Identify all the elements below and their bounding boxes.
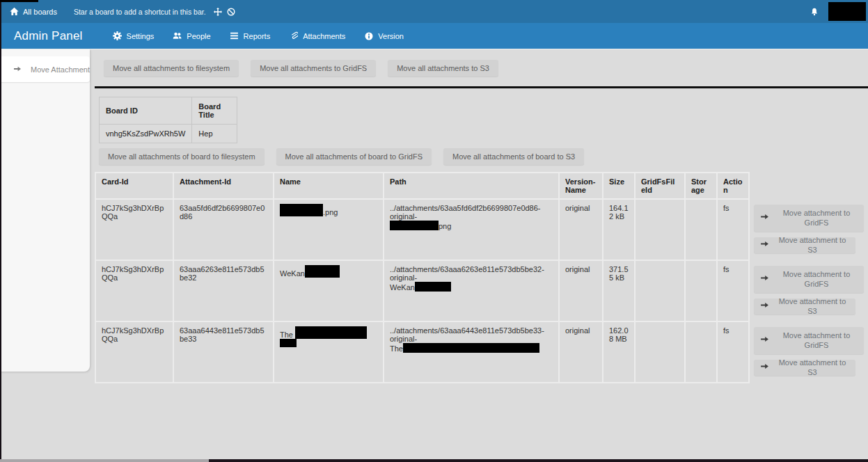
tab-version[interactable]: Version: [364, 31, 404, 40]
col-path: Path: [384, 173, 559, 199]
arrow-right-icon: [760, 273, 769, 285]
window-left-edge: [0, 0, 1, 462]
board-title-header: Board Title: [192, 97, 237, 125]
divider: [95, 86, 868, 88]
sidebar: Move Attachment: [0, 49, 90, 372]
attachment-row: hCJ7kSg3hDXrBpQQa 63aa5fd6df2b6699807e0d…: [95, 199, 867, 260]
cell-gridfsfileid: [635, 260, 685, 321]
global-buttons-row: Move all attachments to filesystem Move …: [104, 60, 868, 77]
arrow-right-icon: [760, 362, 769, 373]
cell-action: fs: [717, 260, 749, 321]
cell-card-id: hCJ7kSg3hDXrBpQQa: [95, 260, 173, 321]
redacted-text: [305, 265, 340, 278]
redacted-text: [295, 326, 367, 339]
cell-path: ../attachments/63aa5fd6df2b6699807e0d86-…: [384, 199, 559, 260]
move-board-to-gridfs-button[interactable]: Move all attachments of board to GridFS: [276, 148, 432, 165]
arrow-right-icon: [760, 335, 769, 346]
cell-name: WeKan: [274, 260, 384, 321]
move-attachment-to-s3-button[interactable]: Move attachment to S3: [754, 237, 855, 253]
move-all-to-gridfs-button[interactable]: Move all attachments to GridFS: [251, 60, 376, 77]
cell-version-name: original: [559, 260, 603, 321]
sidebar-item-label: Move Attachment: [31, 65, 90, 74]
redacted-text: [280, 204, 323, 216]
all-boards-label: All boards: [23, 8, 57, 16]
cell-card-id: hCJ7kSg3hDXrBpQQa: [95, 199, 173, 260]
ban-icon[interactable]: [226, 7, 236, 17]
notifications-bell-icon[interactable]: [810, 8, 819, 16]
move-attachment-to-gridfs-button[interactable]: Move attachment to GridFS: [754, 205, 864, 232]
attachment-row: hCJ7kSg3hDXrBpQQa 63aaa6443e811e573db5be…: [95, 321, 867, 383]
cell-storage: [685, 260, 717, 321]
window-top-edge: [0, 0, 38, 2]
info-icon: [364, 31, 373, 40]
tab-reports-label: Reports: [244, 32, 271, 40]
board-id-cell: vnhg5KsZsdPwXRh5W: [100, 125, 192, 143]
cell-name: .png: [274, 199, 384, 260]
admin-panel-header: Admin Panel Settings People Reports Atta…: [0, 23, 868, 49]
redacted-text: [280, 339, 297, 347]
cell-card-id: hCJ7kSg3hDXrBpQQa: [95, 321, 173, 383]
cell-attachment-id: 63aaa6263e811e573db5be32: [173, 260, 274, 321]
move-attachment-to-gridfs-button[interactable]: Move attachment to GridFS: [754, 266, 864, 293]
move-all-to-s3-button[interactable]: Move all attachments to S3: [388, 60, 498, 77]
col-storage: Storage: [685, 173, 717, 199]
cell-gridfsfileid: [635, 199, 685, 260]
cell-row-buttons: Move attachment to GridFS Move attachmen…: [749, 199, 867, 260]
move-all-to-filesystem-button[interactable]: Move all attachments to filesystem: [104, 60, 239, 77]
board-buttons-row: Move all attachments of board to filesys…: [99, 148, 868, 165]
sidebar-item-move-attachment[interactable]: Move Attachment: [0, 56, 90, 82]
list-icon: [230, 31, 239, 40]
cell-attachment-id: 63aa5fd6df2b6699807e0d86: [173, 199, 274, 260]
arrow-right-icon: [13, 63, 22, 76]
move-attachment-to-s3-button[interactable]: Move attachment to S3: [754, 360, 855, 376]
redacted-text: [403, 343, 539, 353]
cell-version-name: original: [559, 199, 603, 260]
cell-name: The: [274, 321, 384, 383]
move-board-to-s3-button[interactable]: Move all attachments of board to S3: [443, 148, 584, 165]
move-attachment-to-gridfs-button[interactable]: Move attachment to GridFS: [754, 327, 864, 354]
shortcut-hint-text: Star a board to add a shortcut in this b…: [74, 8, 206, 16]
tab-attachments-label: Attachments: [303, 32, 345, 40]
all-boards-link[interactable]: All boards: [9, 7, 57, 17]
cell-size: 162.08 MB: [603, 321, 635, 383]
col-name: Name: [274, 173, 384, 199]
cell-storage: [685, 321, 717, 383]
cell-path: ../attachments/63aaa6263e811e573db5be32-…: [384, 260, 559, 321]
col-buttons: [749, 173, 867, 199]
redacted-text: [415, 282, 451, 292]
horizontal-scrollbar[interactable]: [0, 459, 209, 462]
tab-settings[interactable]: Settings: [113, 31, 155, 40]
page-title: Admin Panel: [14, 29, 83, 43]
board-table: Board ID Board Title vnhg5KsZsdPwXRh5W H…: [99, 97, 237, 143]
redacted-text: [390, 221, 439, 230]
tab-people-label: People: [187, 32, 210, 40]
col-action: Action: [717, 173, 749, 199]
paperclip-icon: [289, 31, 298, 40]
tab-reports[interactable]: Reports: [230, 31, 271, 40]
col-card-id: Card-Id: [95, 173, 173, 199]
cell-action: fs: [717, 321, 749, 383]
cell-storage: [685, 199, 717, 260]
board-title-cell: Hep: [192, 125, 237, 143]
attachment-row: hCJ7kSg3hDXrBpQQa 63aaa6263e811e573db5be…: [95, 260, 867, 321]
arrow-right-icon: [760, 212, 769, 223]
tab-version-label: Version: [378, 32, 404, 40]
tab-attachments[interactable]: Attachments: [289, 31, 345, 40]
col-attachment-id: Attachment-Id: [173, 173, 274, 199]
attachments-table-header-row: Card-Id Attachment-Id Name Path Version-…: [95, 173, 867, 199]
move-shortcut-icon[interactable]: [213, 7, 223, 17]
tab-people[interactable]: People: [173, 31, 210, 40]
move-attachment-to-s3-button[interactable]: Move attachment to S3: [754, 298, 855, 314]
cell-size: 371.55 kB: [603, 260, 635, 321]
home-icon: [9, 7, 19, 17]
top-navigation-bar: All boards Star a board to add a shortcu…: [0, 0, 868, 23]
arrow-right-icon: [760, 301, 769, 312]
people-icon: [173, 31, 182, 40]
tab-settings-label: Settings: [127, 32, 155, 40]
admin-tabs: Settings People Reports Attachments Vers…: [113, 31, 404, 40]
redacted-user-menu[interactable]: [828, 2, 866, 21]
cell-gridfsfileid: [635, 321, 685, 383]
cell-row-buttons: Move attachment to GridFS Move attachmen…: [749, 321, 867, 383]
move-board-to-filesystem-button[interactable]: Move all attachments of board to filesys…: [99, 148, 265, 165]
board-id-header: Board ID: [100, 97, 192, 125]
